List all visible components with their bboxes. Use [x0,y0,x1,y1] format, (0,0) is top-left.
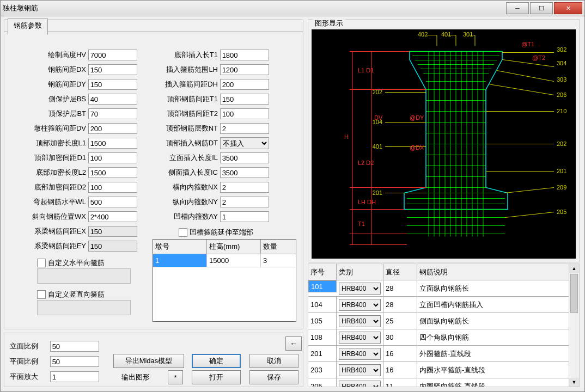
inp-D1[interactable] [88,152,137,163]
rebar-desc: 侧面纵向钢筋长 [417,313,579,329]
rebar-type-select[interactable]: HRB400 [339,283,381,295]
chk-custom-v[interactable] [37,290,46,299]
rebar-row[interactable]: 201HRB40016外圈箍筋-直线段 [308,346,579,362]
rebar-type-select[interactable]: HRB400 [339,381,381,388]
btn-save[interactable]: 保存 [249,370,298,384]
tab-params[interactable]: 钢筋参数 [8,19,48,35]
scroll-up-icon[interactable]: ▲ [569,264,579,273]
btn-star[interactable]: * [168,370,183,384]
svg-text:401: 401 [441,31,451,38]
inp-DV[interactable] [88,123,137,134]
rebar-desc: 立面凹槽内钢筋插入 [417,297,579,313]
inp-face[interactable] [50,341,99,352]
rebar-dia[interactable]: 25 [383,313,417,329]
svg-text:L2 D2: L2 D2 [358,160,374,166]
inp-NX[interactable] [220,182,269,193]
window-title: 独柱墩钢筋 [3,3,505,13]
rebar-row[interactable]: 101HRB40028立面纵向钢筋长 [308,280,579,297]
inp-BS[interactable] [88,94,137,105]
lbl-NT2: 顶部钢筋间距T2 [153,109,218,119]
rebar-desc: 外圈箍筋-直线段 [417,346,579,362]
svg-text:210: 210 [557,108,566,114]
svg-text:303: 303 [557,76,566,83]
lbl-EY: 系梁钢筋间距EY [10,241,86,251]
lbl-DY: 钢筋间距DY [21,79,86,89]
pier-table[interactable]: 墩号 柱高(mm) 数量 1 15000 3 [153,239,296,322]
minimize-button[interactable]: ─ [506,2,529,14]
inp-NT1[interactable] [220,94,269,105]
inp-NT2[interactable] [220,108,269,119]
inp-plan[interactable] [50,356,99,367]
rebar-type-select[interactable]: HRB400 [339,364,381,376]
rebar-row[interactable]: 104HRB40028立面凹槽内钢筋插入 [308,297,579,313]
arrow-left-button[interactable]: ← [285,336,302,351]
maximize-button[interactable]: ☐ [530,2,553,14]
params-panel: 钢筋参数 /*positions computed below via inli… [4,19,303,329]
rebar-type-select[interactable]: HRB400 [339,348,381,360]
inp-zoom[interactable] [50,371,99,382]
rebar-dia[interactable]: 30 [383,329,417,345]
btn-open[interactable]: 打开 [192,370,241,384]
rebar-desc: 内圈竖向箍筋-直线段 [417,378,579,387]
svg-line-45 [497,71,554,82]
inp-IL[interactable] [220,152,269,163]
inp-L1[interactable] [88,138,137,149]
btn-ok[interactable]: 确定 [192,354,241,368]
graph-title: 图形显示 [313,19,345,28]
rebar-type-select[interactable]: HRB400 [339,332,381,344]
rebar-id: 101 [308,280,337,292]
rebar-table: 序号 类别 直径 钢筋说明 101HRB40028立面纵向钢筋长104HRB40… [308,264,580,387]
inp-D2[interactable] [88,182,137,193]
table-scrollbar[interactable]: ▲ ▼ [569,264,579,387]
lbl-LH: 插入箍筋范围LH [153,65,218,75]
inp-IC[interactable] [220,167,269,178]
chk-custom-h[interactable] [37,259,46,267]
svg-text:201: 201 [557,168,566,174]
inp-LH[interactable] [220,64,269,75]
inp-HV[interactable] [88,50,137,60]
inp-AY[interactable] [220,211,269,222]
pier-row[interactable]: 1 15000 3 [153,254,296,267]
inp-BT[interactable] [88,108,137,119]
rebar-id: 201 [308,346,337,362]
rebar-dia[interactable]: 28 [383,280,417,296]
inp-DH[interactable] [220,79,269,90]
rebar-desc: 四个角纵向钢筋 [417,329,579,345]
rebar-type-cell: HRB400 [337,329,383,345]
inp-NT[interactable] [220,123,269,134]
lbl-chkV: 自定义竖直向箍筋 [48,290,105,299]
rebar-row[interactable]: 205HRB40011内圈竖向箍筋-直线段 [308,378,579,387]
inp-L2[interactable] [88,167,137,178]
inp-WX[interactable] [88,211,137,222]
svg-text:@DY: @DY [410,114,424,121]
lbl-zoom: 平面放大 [10,372,48,382]
rebar-type-cell: HRB400 [337,378,383,387]
svg-text:T1: T1 [358,220,365,227]
svg-text:DV: DV [374,114,383,121]
inp-NY[interactable] [220,197,269,207]
btn-export-midas[interactable]: 导出Midas模型 [113,354,184,368]
scroll-thumb[interactable] [570,274,578,313]
svg-text:@T2: @T2 [532,54,545,61]
rebar-type-select[interactable]: HRB400 [339,299,381,311]
lbl-NT: 顶部钢筋层数NT [153,124,218,133]
rebar-row[interactable]: 105HRB40025侧面纵向钢筋长 [308,313,579,329]
lbl-HV: 绘制高度HV [21,50,86,60]
rebar-row[interactable]: 108HRB40030四个角纵向钢筋 [308,329,579,346]
sel-DT[interactable]: 不插入 [220,137,269,149]
inp-DY[interactable] [88,79,137,90]
rebar-dia[interactable]: 16 [383,346,417,362]
rebar-dia[interactable]: 16 [383,362,417,378]
inp-T1[interactable] [220,50,269,60]
rebar-dia[interactable]: 11 [383,378,417,387]
rebar-dia[interactable]: 28 [383,297,417,313]
inp-WL[interactable] [88,197,137,207]
inp-DX[interactable] [88,64,137,75]
lbl-D1: 顶部加密间距D1 [10,153,86,163]
scroll-down-icon[interactable]: ▼ [569,378,579,387]
btn-cancel[interactable]: 取消 [249,354,298,368]
close-button[interactable]: ✕ [554,2,582,14]
rebar-row[interactable]: 203HRB40016内圈水平箍筋-直线段 [308,362,579,378]
chk-extend[interactable] [179,228,187,237]
rebar-type-select[interactable]: HRB400 [339,315,381,327]
